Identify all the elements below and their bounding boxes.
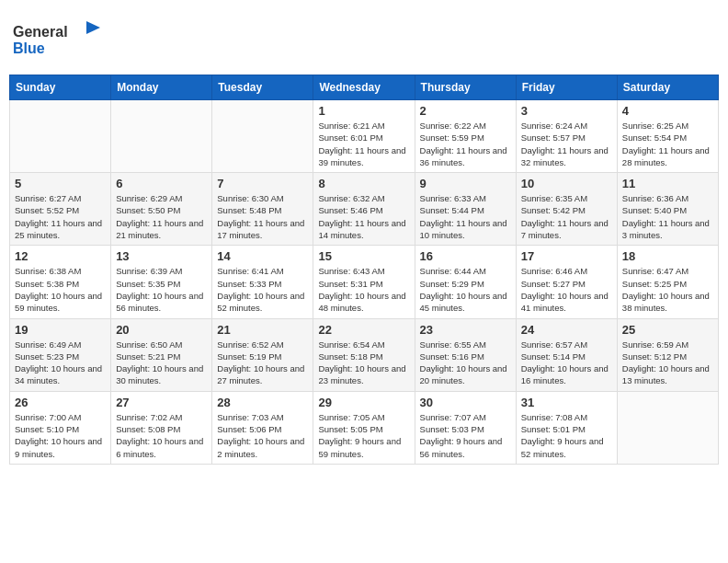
calendar-cell: 24Sunrise: 6:57 AM Sunset: 5:14 PM Dayli…	[516, 318, 617, 391]
calendar-cell: 3Sunrise: 6:24 AM Sunset: 5:57 PM Daylig…	[516, 100, 617, 173]
calendar-cell: 5Sunrise: 6:27 AM Sunset: 5:52 PM Daylig…	[10, 173, 111, 246]
day-number: 9	[420, 177, 511, 190]
day-info: Sunrise: 7:00 AM Sunset: 5:10 PM Dayligh…	[15, 411, 106, 460]
day-info: Sunrise: 6:25 AM Sunset: 5:54 PM Dayligh…	[622, 120, 713, 168]
calendar-cell: 31Sunrise: 7:08 AM Sunset: 5:01 PM Dayli…	[516, 391, 617, 464]
day-info: Sunrise: 7:02 AM Sunset: 5:08 PM Dayligh…	[116, 411, 207, 460]
day-number: 13	[116, 249, 207, 263]
day-number: 16	[420, 249, 511, 263]
calendar-week-1: 1Sunrise: 6:21 AM Sunset: 6:01 PM Daylig…	[10, 100, 719, 173]
day-number: 8	[318, 177, 409, 190]
calendar-cell	[10, 100, 111, 173]
calendar-cell: 21Sunrise: 6:52 AM Sunset: 5:19 PM Dayli…	[212, 318, 313, 391]
day-info: Sunrise: 6:29 AM Sunset: 5:50 PM Dayligh…	[116, 192, 207, 241]
calendar-cell: 18Sunrise: 6:47 AM Sunset: 5:25 PM Dayli…	[617, 246, 718, 318]
day-number: 1	[318, 104, 409, 118]
day-number: 30	[420, 396, 511, 409]
calendar-cell: 23Sunrise: 6:55 AM Sunset: 5:16 PM Dayli…	[415, 318, 516, 391]
svg-text:Blue: Blue	[13, 40, 45, 56]
calendar-cell: 8Sunrise: 6:32 AM Sunset: 5:46 PM Daylig…	[313, 173, 415, 246]
calendar-cell	[617, 391, 718, 464]
day-info: Sunrise: 6:32 AM Sunset: 5:46 PM Dayligh…	[318, 192, 409, 241]
day-number: 31	[521, 396, 612, 409]
calendar-cell: 6Sunrise: 6:29 AM Sunset: 5:50 PM Daylig…	[111, 173, 212, 246]
day-number: 17	[521, 249, 612, 263]
day-number: 2	[420, 104, 511, 118]
day-number: 11	[622, 177, 713, 190]
day-number: 25	[622, 323, 713, 337]
day-info: Sunrise: 6:30 AM Sunset: 5:48 PM Dayligh…	[217, 192, 308, 241]
day-number: 3	[521, 104, 612, 118]
day-number: 5	[15, 177, 106, 190]
page-header: General Blue	[9, 9, 719, 69]
calendar-week-3: 12Sunrise: 6:38 AM Sunset: 5:38 PM Dayli…	[10, 246, 719, 318]
day-info: Sunrise: 6:27 AM Sunset: 5:52 PM Dayligh…	[15, 192, 106, 241]
day-info: Sunrise: 7:07 AM Sunset: 5:03 PM Dayligh…	[420, 411, 511, 460]
logo-text: General Blue	[13, 17, 105, 62]
calendar-week-5: 26Sunrise: 7:00 AM Sunset: 5:10 PM Dayli…	[10, 391, 719, 464]
calendar-cell: 17Sunrise: 6:46 AM Sunset: 5:27 PM Dayli…	[516, 246, 617, 318]
day-info: Sunrise: 6:33 AM Sunset: 5:44 PM Dayligh…	[420, 192, 511, 241]
day-info: Sunrise: 7:08 AM Sunset: 5:01 PM Dayligh…	[521, 411, 612, 460]
calendar-cell: 14Sunrise: 6:41 AM Sunset: 5:33 PM Dayli…	[212, 246, 313, 318]
day-number: 21	[217, 323, 308, 337]
day-info: Sunrise: 6:39 AM Sunset: 5:35 PM Dayligh…	[116, 265, 207, 314]
day-info: Sunrise: 6:35 AM Sunset: 5:42 PM Dayligh…	[521, 192, 612, 241]
calendar-cell: 28Sunrise: 7:03 AM Sunset: 5:06 PM Dayli…	[212, 391, 313, 464]
day-info: Sunrise: 6:22 AM Sunset: 5:59 PM Dayligh…	[420, 120, 511, 168]
calendar-cell: 16Sunrise: 6:44 AM Sunset: 5:29 PM Dayli…	[415, 246, 516, 318]
calendar-cell: 10Sunrise: 6:35 AM Sunset: 5:42 PM Dayli…	[516, 173, 617, 246]
calendar-cell: 9Sunrise: 6:33 AM Sunset: 5:44 PM Daylig…	[415, 173, 516, 246]
calendar-cell: 30Sunrise: 7:07 AM Sunset: 5:03 PM Dayli…	[415, 391, 516, 464]
calendar-cell: 12Sunrise: 6:38 AM Sunset: 5:38 PM Dayli…	[10, 246, 111, 318]
day-number: 7	[217, 177, 308, 190]
day-header-sunday: Sunday	[10, 75, 111, 100]
calendar-cell: 11Sunrise: 6:36 AM Sunset: 5:40 PM Dayli…	[617, 173, 718, 246]
calendar-cell: 4Sunrise: 6:25 AM Sunset: 5:54 PM Daylig…	[617, 100, 718, 173]
day-number: 10	[521, 177, 612, 190]
day-number: 6	[116, 177, 207, 190]
day-info: Sunrise: 6:52 AM Sunset: 5:19 PM Dayligh…	[217, 339, 308, 387]
calendar-cell: 13Sunrise: 6:39 AM Sunset: 5:35 PM Dayli…	[111, 246, 212, 318]
day-number: 26	[15, 396, 106, 409]
calendar-cell	[212, 100, 313, 173]
calendar-cell: 7Sunrise: 6:30 AM Sunset: 5:48 PM Daylig…	[212, 173, 313, 246]
calendar-table: SundayMondayTuesdayWednesdayThursdayFrid…	[9, 75, 719, 465]
calendar-cell: 20Sunrise: 6:50 AM Sunset: 5:21 PM Dayli…	[111, 318, 212, 391]
day-info: Sunrise: 6:59 AM Sunset: 5:12 PM Dayligh…	[622, 339, 713, 387]
calendar-header-row: SundayMondayTuesdayWednesdayThursdayFrid…	[10, 75, 719, 100]
day-number: 14	[217, 249, 308, 263]
day-number: 23	[420, 323, 511, 337]
day-info: Sunrise: 6:43 AM Sunset: 5:31 PM Dayligh…	[318, 265, 409, 314]
calendar-cell: 27Sunrise: 7:02 AM Sunset: 5:08 PM Dayli…	[111, 391, 212, 464]
day-info: Sunrise: 6:57 AM Sunset: 5:14 PM Dayligh…	[521, 339, 612, 387]
day-info: Sunrise: 6:55 AM Sunset: 5:16 PM Dayligh…	[420, 339, 511, 387]
day-info: Sunrise: 6:47 AM Sunset: 5:25 PM Dayligh…	[622, 265, 713, 314]
day-number: 20	[116, 323, 207, 337]
svg-marker-1	[86, 21, 100, 34]
calendar-cell: 26Sunrise: 7:00 AM Sunset: 5:10 PM Dayli…	[10, 391, 111, 464]
day-info: Sunrise: 6:24 AM Sunset: 5:57 PM Dayligh…	[521, 120, 612, 168]
calendar-cell: 1Sunrise: 6:21 AM Sunset: 6:01 PM Daylig…	[313, 100, 415, 173]
day-info: Sunrise: 7:03 AM Sunset: 5:06 PM Dayligh…	[217, 411, 308, 460]
logo: General Blue	[13, 17, 105, 62]
day-info: Sunrise: 6:54 AM Sunset: 5:18 PM Dayligh…	[318, 339, 409, 387]
day-info: Sunrise: 6:46 AM Sunset: 5:27 PM Dayligh…	[521, 265, 612, 314]
day-header-tuesday: Tuesday	[212, 75, 313, 100]
day-number: 12	[15, 249, 106, 263]
calendar-cell: 22Sunrise: 6:54 AM Sunset: 5:18 PM Dayli…	[313, 318, 415, 391]
day-info: Sunrise: 7:05 AM Sunset: 5:05 PM Dayligh…	[318, 411, 409, 460]
day-header-thursday: Thursday	[415, 75, 516, 100]
day-info: Sunrise: 6:21 AM Sunset: 6:01 PM Dayligh…	[318, 120, 409, 168]
day-number: 27	[116, 396, 207, 409]
day-number: 15	[318, 249, 409, 263]
day-info: Sunrise: 6:49 AM Sunset: 5:23 PM Dayligh…	[15, 339, 106, 387]
day-number: 4	[622, 104, 713, 118]
day-header-wednesday: Wednesday	[313, 75, 415, 100]
day-info: Sunrise: 6:44 AM Sunset: 5:29 PM Dayligh…	[420, 265, 511, 314]
day-number: 29	[318, 396, 409, 409]
day-number: 19	[15, 323, 106, 337]
calendar-cell: 2Sunrise: 6:22 AM Sunset: 5:59 PM Daylig…	[415, 100, 516, 173]
logo-icon: General Blue	[13, 17, 105, 58]
day-number: 22	[318, 323, 409, 337]
